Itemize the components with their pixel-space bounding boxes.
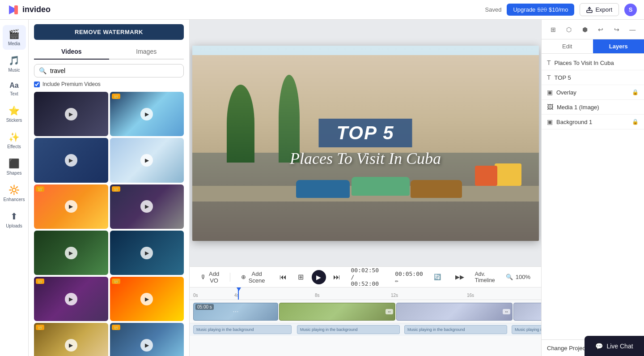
sidebar-item-effects[interactable]: ✨ Effects: [3, 128, 26, 153]
center-area: TOP 5 Places To Visit In Cuba 🎙 Add VO ⊕…: [190, 20, 541, 356]
video-thumb-10[interactable]: ▶ 👑: [110, 277, 184, 321]
music-segment-4: Music playing in the background: [512, 325, 541, 334]
add-vo-button[interactable]: 🎙 Add VO: [197, 269, 223, 286]
video-thumb-8[interactable]: ▶: [110, 231, 184, 275]
clip-1[interactable]: 05:00 s ···: [193, 303, 278, 321]
play-icon-9: ▶: [65, 293, 77, 305]
play-forward-button[interactable]: ▶▶: [452, 272, 468, 282]
video-thumb-9[interactable]: ▶ 👑: [34, 277, 108, 321]
clip-2-badge: ↔: [386, 309, 393, 314]
skip-back-button[interactable]: ⏮: [276, 270, 290, 284]
video-thumb-4[interactable]: ▶: [110, 138, 184, 182]
layer-item-title2[interactable]: T TOP 5: [542, 70, 644, 85]
sidebar-item-media[interactable]: 🎬 Media: [3, 25, 26, 50]
uploads-icon: ⬆: [10, 211, 18, 222]
clip-4[interactable]: ↔: [513, 303, 541, 321]
playhead-line: [238, 287, 239, 300]
grid-view-button[interactable]: ⊞: [547, 23, 559, 36]
search-input-wrap: 🔍: [34, 64, 184, 77]
layer-label-title1: Places To Visit In Cuba: [555, 60, 639, 66]
video-thumb-11[interactable]: ▶ 👑: [34, 323, 108, 356]
premium-checkbox-row: Include Premium Videos: [34, 81, 184, 87]
user-avatar[interactable]: S: [624, 4, 637, 16]
upgrade-button[interactable]: Upgrade $20 $10/mo: [507, 4, 574, 16]
ruler-16s: 16s: [467, 293, 474, 298]
layer-item-bg1[interactable]: ▣ Background 1 🔒: [542, 115, 644, 129]
layer-label-title2: TOP 5: [555, 74, 639, 81]
premium-badge-2: 👑: [112, 94, 120, 99]
sidebar-item-shapes[interactable]: ⬛ Shapes: [3, 154, 26, 179]
timeline-tracks: 05:00 s ··· ↔ ↔ ↔ Music p: [190, 300, 541, 356]
overlay-lock-icon: 🔒: [632, 89, 639, 95]
tab-layers[interactable]: Layers: [593, 39, 644, 53]
clip-3[interactable]: ↔: [396, 303, 513, 321]
play-icon-12: ▶: [140, 339, 153, 352]
loop-button[interactable]: 🔄: [430, 272, 445, 282]
music-segment-1: Music playing in the background: [193, 325, 292, 334]
premium-badge-9: 👑: [36, 279, 44, 284]
video-thumb-3[interactable]: ▶: [34, 138, 108, 182]
tab-videos[interactable]: Videos: [34, 44, 109, 60]
zoom-button[interactable]: 🔍 100%: [502, 272, 534, 282]
video-thumb-2[interactable]: ▶ 👑: [110, 92, 184, 136]
premium-badge-10: 👑: [112, 279, 120, 284]
tab-edit[interactable]: Edit: [542, 39, 593, 53]
clip-2[interactable]: ↔: [279, 303, 395, 321]
layer-item-overlay[interactable]: ▣ Overlay 🔒: [542, 85, 644, 100]
search-input[interactable]: [50, 67, 179, 74]
skip-forward-button[interactable]: ⏭: [330, 270, 344, 284]
layer-item-title1[interactable]: T Places To Visit In Cuba: [542, 56, 644, 70]
video-thumb-6[interactable]: ▶ 👑: [110, 184, 184, 229]
sidebar-item-music[interactable]: 🎵 Music: [3, 51, 26, 76]
upgrade-label: Upgrade: [513, 6, 535, 13]
video-thumb-12[interactable]: ▶ 👑: [110, 323, 184, 356]
undo-button[interactable]: ↩: [594, 23, 607, 36]
add-scene-button[interactable]: ⊕ Add Scene: [237, 269, 269, 286]
export-button[interactable]: Export: [580, 3, 619, 16]
minus-button[interactable]: —: [626, 23, 639, 36]
live-chat-button[interactable]: 💬 Live Chat: [585, 336, 644, 356]
video-thumb-1[interactable]: ▶: [34, 92, 108, 136]
premium-checkbox[interactable]: [34, 81, 40, 87]
align-left-button[interactable]: ⬡: [563, 23, 575, 36]
video-canvas: TOP 5 Places To Visit In Cuba: [192, 46, 539, 241]
uploads-label: Uploads: [6, 223, 22, 228]
premium-badge-11: 👑: [36, 325, 44, 330]
video-thumb-5[interactable]: ▶ 👑: [34, 184, 108, 229]
edit-duration-icon[interactable]: ✏️: [395, 277, 398, 284]
sidebar-icons: 🎬 Media 🎵 Music Aa Text ⭐ Stickers ✨ Eff…: [0, 20, 29, 356]
saved-status: Saved: [485, 6, 502, 13]
car-2: [352, 177, 410, 196]
music-icon: 🎵: [8, 55, 20, 66]
music-segment-3: Music playing in the background: [404, 325, 507, 334]
text-label: Text: [10, 91, 18, 96]
premium-badge-5: 👑: [36, 186, 44, 192]
layer-item-media1[interactable]: 🖼 Media 1 (Image): [542, 100, 644, 115]
playback-controls: ⏮ ⊞ ▶ ⏭: [276, 270, 344, 284]
enhancers-icon: 🔆: [8, 184, 20, 195]
ruler-marks: 0s 4s 8s 12s 16s 20s: [190, 287, 541, 300]
tab-images[interactable]: Images: [109, 44, 184, 60]
play-icon-5: ▶: [65, 200, 77, 213]
car-3: [411, 180, 462, 198]
play-icon-11: ▶: [65, 339, 77, 352]
sidebar-item-text[interactable]: Aa Text: [3, 78, 26, 100]
play-pause-button[interactable]: ▶: [312, 270, 326, 284]
adv-timeline-button[interactable]: Adv. Timeline: [475, 271, 495, 283]
search-icon: 🔍: [39, 67, 47, 74]
canvas-area: TOP 5 Places To Visit In Cuba: [190, 20, 541, 266]
sidebar-item-stickers[interactable]: ⭐ Stickers: [3, 102, 26, 126]
video-thumb-7[interactable]: ▶: [34, 231, 108, 275]
redo-button[interactable]: ↪: [610, 23, 623, 36]
play-icon-1: ▶: [65, 108, 77, 120]
top5-text: TOP 5: [336, 122, 394, 143]
sidebar-item-enhancers[interactable]: 🔆 Enhancers: [3, 181, 26, 206]
align-right-button[interactable]: ⬢: [579, 23, 591, 36]
text-layer-icon-2: T: [547, 74, 551, 81]
ruler-8s: 8s: [315, 293, 320, 298]
divider-1: [230, 273, 230, 282]
storyboard-button[interactable]: ⊞: [294, 270, 308, 284]
layers-list: T Places To Visit In Cuba T TOP 5 ▣ Over…: [542, 54, 644, 339]
sidebar-item-uploads[interactable]: ⬆ Uploads: [3, 207, 26, 232]
remove-watermark-button[interactable]: REMOVE WATERMARK: [34, 24, 184, 40]
